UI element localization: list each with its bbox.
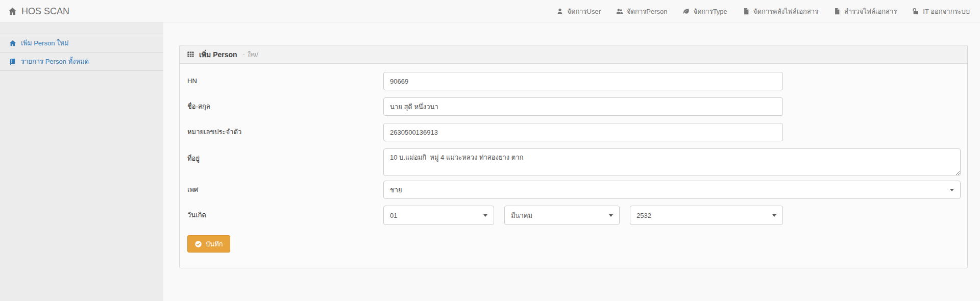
sidebar: เพิ่ม Person ใหม่ รายการ Person ทั้งหมด xyxy=(0,22,163,301)
nav-item-label: IT ออกจากระบบ xyxy=(923,6,970,17)
top-navbar: HOS SCAN จัดการUser จัดการPerson จัดการT… xyxy=(0,0,980,22)
home-icon xyxy=(8,7,17,16)
nav-item-manage-file-store[interactable]: จัดการคลังไฟล์เอกสาร xyxy=(743,6,818,17)
navbar-menu: จัดการUser จัดการPerson จัดการType จัดกา… xyxy=(556,0,970,22)
file-icon xyxy=(834,8,841,15)
file-icon xyxy=(743,8,750,15)
sidebar-item-person-list[interactable]: รายการ Person ทั้งหมด xyxy=(0,53,163,71)
address-label: ที่อยู่ xyxy=(187,153,200,164)
nav-item-survey-files[interactable]: สำรวจไฟล์เอกสาร xyxy=(834,6,897,17)
table-icon xyxy=(187,51,194,58)
birth-day-select[interactable]: 01 xyxy=(383,206,494,225)
users-icon xyxy=(616,8,623,15)
nav-item-manage-type[interactable]: จัดการType xyxy=(682,6,727,17)
leaf-icon xyxy=(682,8,690,15)
chevron-down-icon xyxy=(950,189,954,191)
name-input[interactable] xyxy=(383,97,783,116)
sidebar-menu: เพิ่ม Person ใหม่ รายการ Person ทั้งหมด xyxy=(0,34,163,71)
name-label: ชื่อ-สกุล xyxy=(187,97,210,116)
panel-title: เพิ่ม Person xyxy=(199,49,237,60)
nav-item-label: จัดการคลังไฟล์เอกสาร xyxy=(753,6,818,17)
gender-label: เพศ xyxy=(187,181,198,199)
birth-month-value: มีนาคม xyxy=(511,210,532,221)
content-area: เพิ่ม Person - ใหม่ HN ชื่อ-สกุล หมายเลข… xyxy=(163,22,980,301)
birth-month-select[interactable]: มีนาคม xyxy=(504,206,620,225)
home-icon xyxy=(9,40,16,47)
sidebar-item-add-person[interactable]: เพิ่ม Person ใหม่ xyxy=(0,34,163,53)
book-icon xyxy=(9,58,16,65)
birthdate-label: วันเกิด xyxy=(187,206,206,225)
chevron-down-icon xyxy=(483,214,487,217)
unlock-icon xyxy=(912,8,919,15)
hn-input[interactable] xyxy=(383,72,783,90)
birth-year-select[interactable]: 2532 xyxy=(630,206,783,225)
sidebar-item-label: รายการ Person ทั้งหมด xyxy=(21,56,89,67)
save-button[interactable]: บันทึก xyxy=(187,235,230,253)
nav-item-label: สำรวจไฟล์เอกสาร xyxy=(844,6,897,17)
nav-item-manage-user[interactable]: จัดการUser xyxy=(556,6,601,17)
panel-heading: เพิ่ม Person - ใหม่ xyxy=(180,45,967,64)
nav-item-manage-person[interactable]: จัดการPerson xyxy=(616,6,667,17)
birth-day-value: 01 xyxy=(390,212,397,219)
user-icon xyxy=(556,8,564,15)
save-button-label: บันทึก xyxy=(206,239,223,249)
hn-label: HN xyxy=(187,72,197,90)
nav-item-label: จัดการUser xyxy=(567,6,601,17)
chevron-down-icon xyxy=(772,214,776,217)
chevron-down-icon xyxy=(609,214,613,217)
check-circle-icon xyxy=(194,240,202,248)
panel-subtitle: - ใหม่ xyxy=(243,49,258,59)
address-textarea[interactable]: 10 บ.แม่อมกิ หมู่ 4 แม่วะหลวง ท่าสองยาง … xyxy=(383,148,961,176)
gender-select[interactable]: ชาย xyxy=(383,181,961,199)
nav-item-label: จัดการType xyxy=(693,6,727,17)
nav-item-label: จัดการPerson xyxy=(627,6,667,17)
birth-year-value: 2532 xyxy=(636,212,651,219)
panel-body: HN ชื่อ-สกุล หมายเลขประจำตัว ที่อยู่ เพศ… xyxy=(180,64,967,268)
sidebar-item-label: เพิ่ม Person ใหม่ xyxy=(21,38,68,48)
gender-select-value: ชาย xyxy=(390,185,402,195)
citizen-id-input[interactable] xyxy=(383,123,783,141)
brand-label: HOS SCAN xyxy=(21,6,69,17)
add-person-panel: เพิ่ม Person - ใหม่ HN ชื่อ-สกุล หมายเลข… xyxy=(179,45,968,268)
nav-item-logout[interactable]: IT ออกจากระบบ xyxy=(912,6,970,17)
citizen-id-label: หมายเลขประจำตัว xyxy=(187,123,241,141)
brand-link[interactable]: HOS SCAN xyxy=(8,0,69,22)
